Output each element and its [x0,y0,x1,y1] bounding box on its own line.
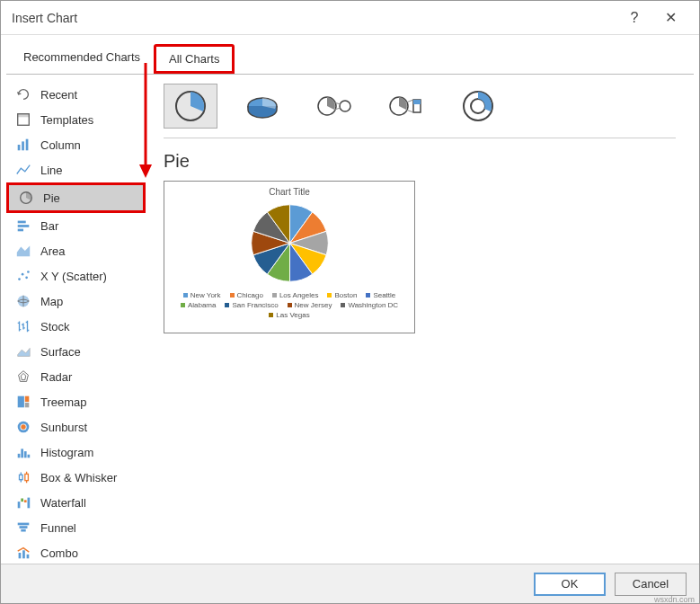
pie-icon [18,190,34,206]
sidebar-item-label: Area [40,244,65,258]
chart-name-heading: Pie [164,151,676,172]
body-area: Recent Templates Column Line Pie Bar [6,74,694,564]
templates-icon [15,111,31,128]
legend-item: Chicago [230,291,263,299]
sidebar-item-label: Column [40,138,81,152]
ok-button[interactable]: OK [534,573,606,596]
sidebar-item-radar[interactable]: Radar [6,364,146,389]
svg-point-9 [18,278,21,280]
svg-rect-30 [24,500,27,502]
stock-icon [15,318,31,334]
svg-rect-8 [18,229,23,232]
sidebar-item-label: Box & Whisker [40,471,117,484]
insert-chart-dialog: Insert Chart ? ✕ Recommended Charts All … [0,0,700,604]
sidebar-item-label: Sunburst [40,421,87,434]
sidebar-item-scatter[interactable]: X Y (Scatter) [6,263,146,289]
treemap-icon [15,394,31,410]
sidebar-item-label: Line [40,164,63,177]
sidebar-item-label: Treemap [40,395,87,409]
dialog-title: Insert Chart [12,11,616,25]
sidebar-item-label: X Y (Scatter) [40,270,107,283]
svg-rect-28 [18,502,21,508]
svg-rect-25 [28,455,31,458]
sunburst-icon [15,419,31,435]
cancel-button[interactable]: Cancel [615,573,687,596]
sidebar-item-label: Pie [43,191,60,205]
subtype-pie[interactable] [164,84,217,129]
divider [164,138,676,138]
svg-rect-29 [21,499,23,502]
close-button[interactable]: ✕ [652,9,688,26]
sidebar-item-column[interactable]: Column [6,132,146,157]
line-icon [15,162,31,178]
legend-item: Seattle [366,291,395,299]
dialog-footer: OK Cancel [1,564,699,603]
svg-rect-37 [27,555,30,559]
sidebar-item-funnel[interactable]: Funnel [6,515,146,540]
svg-rect-27 [25,474,29,480]
legend-item: Los Angeles [272,291,319,299]
sidebar-item-pie[interactable]: Pie [6,182,146,213]
tab-recommended[interactable]: Recommended Charts [10,44,154,74]
sidebar-item-label: Bar [40,219,58,233]
subtype-bar-of-pie[interactable] [379,84,433,129]
sidebar-item-waterfall[interactable]: Waterfall [6,490,146,515]
sidebar-item-label: Stock [40,320,70,333]
sidebar-item-treemap[interactable]: Treemap [6,389,146,414]
svg-rect-2 [18,145,21,150]
help-button[interactable]: ? [616,10,652,26]
recent-icon [15,86,31,102]
subtype-pie-of-pie[interactable] [307,84,361,129]
svg-rect-1 [18,114,30,118]
radar-icon [15,369,31,385]
svg-rect-16 [18,396,24,408]
surface-icon [15,343,31,360]
sidebar-item-sunburst[interactable]: Sunburst [6,414,146,440]
sidebar-item-area[interactable]: Area [6,238,146,263]
preview-pie-svg [247,200,332,286]
legend-item: Washington DC [341,301,398,309]
combo-icon [15,545,31,561]
sidebar-item-recent[interactable]: Recent [6,82,146,107]
svg-rect-3 [22,141,24,150]
svg-rect-23 [21,449,23,457]
sidebar-item-label: Waterfall [40,496,86,510]
waterfall-icon [15,494,31,511]
sidebar-item-templates[interactable]: Templates [6,107,146,132]
sidebar-item-line[interactable]: Line [6,157,146,182]
sidebar-item-label: Map [40,295,63,308]
svg-rect-26 [20,475,23,479]
svg-rect-44 [413,100,421,104]
preview-legend: New YorkChicagoLos AngelesBostonSeattleA… [172,291,407,319]
sidebar-item-combo[interactable]: Combo [6,540,146,564]
svg-rect-33 [20,526,28,528]
sidebar-item-label: Combo [40,546,78,560]
svg-marker-15 [21,373,25,379]
svg-point-21 [21,424,25,429]
chart-type-sidebar: Recent Templates Column Line Pie Bar [6,75,146,564]
subtype-doughnut[interactable] [451,84,505,129]
subtype-3d-pie[interactable] [235,84,289,129]
legend-item: New York [183,291,221,299]
sidebar-item-box[interactable]: Box & Whisker [6,465,146,490]
histogram-icon [15,444,31,460]
box-icon [15,469,31,485]
svg-rect-22 [18,454,21,458]
svg-point-10 [22,273,24,276]
funnel-icon [15,520,31,536]
sidebar-item-histogram[interactable]: Histogram [6,440,146,465]
tabs-row: Recommended Charts All Charts [1,35,699,74]
sidebar-item-map[interactable]: Map [6,289,146,314]
sidebar-item-surface[interactable]: Surface [6,339,146,364]
svg-rect-36 [22,550,25,558]
chart-preview[interactable]: Chart Title New YorkChicagoLos AngelesBo… [164,181,415,333]
sidebar-item-stock[interactable]: Stock [6,314,146,339]
sidebar-item-bar[interactable]: Bar [6,213,146,238]
sidebar-item-label: Recent [40,88,77,102]
legend-item: Alabama [181,301,217,309]
map-icon [15,293,31,309]
sidebar-item-label: Templates [40,113,93,127]
svg-rect-4 [26,139,29,151]
column-icon [15,137,31,153]
tab-all-charts[interactable]: All Charts [154,44,235,74]
